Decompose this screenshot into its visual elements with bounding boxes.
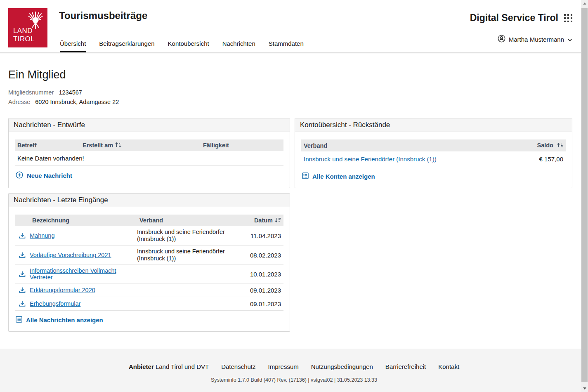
app-launcher-grid-icon[interactable] xyxy=(564,14,572,22)
table-row: Erhebungsformular 09.01.2023 xyxy=(15,297,283,311)
sort-ascending-icon[interactable] xyxy=(115,142,121,149)
card-arrears-title: Kontoübersicht - Rückstände xyxy=(295,118,572,132)
land-tirol-logo[interactable]: LAND TIROL xyxy=(8,8,47,47)
vertical-scrollbar[interactable] xyxy=(581,0,588,392)
app-header: LAND TIROL Tourismusbeiträge Übersicht B… xyxy=(0,0,588,53)
drafts-empty-message: Keine Daten vorhanden! xyxy=(15,151,283,166)
col-bezeichnung[interactable]: Bezeichnung xyxy=(32,217,139,224)
page-app-title: Tourismusbeiträge xyxy=(59,10,147,21)
member-info: Mitgliedsnummer 1234567 Adresse 6020 Inn… xyxy=(8,88,580,107)
tab-stammdaten[interactable]: Stammdaten xyxy=(269,40,304,52)
footer-link-nutzungsbedingungen[interactable]: Nutzungsbedingungen xyxy=(311,363,373,370)
card-drafts-title: Nachrichten - Entwürfe xyxy=(9,118,290,132)
footer-link-kontakt[interactable]: Kontakt xyxy=(438,363,459,370)
show-all-messages-button[interactable]: Alle Nachrichten anzeigen xyxy=(16,316,103,324)
inbox-table-header: Bezeichnung Verband Datum xyxy=(15,215,283,226)
card-inbox-title: Nachrichten - Letzte Eingänge xyxy=(9,194,290,207)
download-icon[interactable] xyxy=(15,300,30,307)
row-date: 08.02.2023 xyxy=(241,252,281,259)
member-number-label: Mitgliedsnummer xyxy=(8,88,54,97)
footer-link-datenschutz[interactable]: Datenschutz xyxy=(221,363,255,370)
list-box-icon xyxy=(16,316,22,324)
card-arrears: Kontoübersicht - Rückstände Verband Sald… xyxy=(295,118,572,188)
member-address-row: Adresse 6020 Innsbruck, Adamgasse 22 xyxy=(8,97,580,107)
row-verband: Innsbruck und seine Feriendörfer (Innsbr… xyxy=(137,229,241,243)
sort-descending-icon[interactable] xyxy=(275,217,281,224)
member-number-value: 1234567 xyxy=(59,88,82,97)
member-address-value: 6020 Innsbruck, Adamgasse 22 xyxy=(35,97,119,107)
document-link[interactable]: Mahnung xyxy=(30,232,54,239)
member-address-label: Adresse xyxy=(8,97,30,107)
row-date: 11.04.2023 xyxy=(241,232,281,239)
scroll-down-button[interactable] xyxy=(581,385,588,392)
document-link[interactable]: Vorläufige Vorschreibung 2021 xyxy=(30,252,111,258)
download-icon[interactable] xyxy=(15,271,30,277)
new-message-button[interactable]: Neue Nachricht xyxy=(16,171,72,180)
row-date: 09.01.2023 xyxy=(241,300,281,307)
provider-value: Land Tirol und DVT xyxy=(156,363,209,370)
col-erstellt-am[interactable]: Erstellt am xyxy=(83,142,203,149)
col-betreff[interactable]: Betreff xyxy=(17,142,83,149)
page-footer: Anbieter Land Tirol und DVT Datenschutz … xyxy=(0,349,588,392)
col-saldo[interactable]: Saldo xyxy=(537,142,563,149)
footer-link-barrierefreiheit[interactable]: Barrierefreiheit xyxy=(385,363,426,370)
footer-links: Anbieter Land Tirol und DVT Datenschutz … xyxy=(129,363,459,370)
col-verband[interactable]: Verband xyxy=(139,217,241,224)
tab-nachrichten[interactable]: Nachrichten xyxy=(222,40,255,52)
document-link[interactable]: Erklärungsformular 2020 xyxy=(30,287,95,293)
row-verband: Innsbruck und seine Feriendörfer (Innsbr… xyxy=(137,248,241,262)
user-menu[interactable]: Martha Mustermann xyxy=(498,35,572,44)
arrears-table-header: Verband Saldo xyxy=(301,139,566,151)
verband-link[interactable]: Innsbruck und seine Feriendörfer (Innsbr… xyxy=(304,156,437,163)
arrears-row: Innsbruck und seine Feriendörfer (Innsbr… xyxy=(301,151,566,167)
row-date: 09.01.2023 xyxy=(241,287,281,294)
show-all-accounts-button[interactable]: Alle Konten anzeigen xyxy=(302,172,375,180)
person-circle-icon xyxy=(498,35,505,44)
tab-uebersicht[interactable]: Übersicht xyxy=(60,40,86,52)
sort-ascending-icon[interactable] xyxy=(557,142,563,149)
download-icon[interactable] xyxy=(15,287,30,293)
brand-area: Digital Service Tirol xyxy=(470,12,572,24)
user-name: Martha Mustermann xyxy=(509,36,564,43)
table-row: Erklärungsformular 2020 09.01.2023 xyxy=(15,283,283,297)
dashboard-cards: Nachrichten - Entwürfe Betreff Erstellt … xyxy=(8,118,580,332)
table-row: Informationsschreiben Vollmacht Vertrete… xyxy=(15,265,283,283)
list-box-icon xyxy=(302,172,309,180)
saldo-value: € 157,00 xyxy=(539,156,563,163)
brand-name: Digital Service Tirol xyxy=(470,12,558,24)
tab-beitragserklaerungen[interactable]: Beitragserklärungen xyxy=(99,40,154,52)
download-icon[interactable] xyxy=(15,252,30,258)
page-title: Ein Mitglied xyxy=(8,53,580,81)
main-content: Ein Mitglied Mitgliedsnummer 1234567 Adr… xyxy=(0,53,588,349)
scroll-up-button[interactable] xyxy=(581,0,588,7)
provider-info: Anbieter Land Tirol und DVT xyxy=(129,363,209,370)
main-nav: Übersicht Beitragserklärungen Kontoübers… xyxy=(60,40,304,52)
document-link[interactable]: Informationsschreiben Vollmacht Vertrete… xyxy=(30,267,116,281)
footer-link-impressum[interactable]: Impressum xyxy=(268,363,299,370)
scrollbar-thumb[interactable] xyxy=(581,8,588,382)
logo-wordmark: LAND TIROL xyxy=(13,27,35,43)
col-datum[interactable]: Datum xyxy=(241,217,281,224)
tab-kontouebersicht[interactable]: Kontoübersicht xyxy=(168,40,209,52)
card-drafts: Nachrichten - Entwürfe Betreff Erstellt … xyxy=(8,118,290,188)
table-row: Vorläufige Vorschreibung 2021 Innsbruck … xyxy=(15,246,283,265)
chevron-down-icon xyxy=(567,36,572,43)
card-inbox: Nachrichten - Letzte Eingänge Bezeichnun… xyxy=(8,193,290,332)
row-date: 10.01.2023 xyxy=(241,271,281,278)
provider-label: Anbieter xyxy=(129,363,154,370)
system-info: Systeminfo 1.7.0 Build (407) Rev. (17136… xyxy=(211,377,377,383)
download-icon[interactable] xyxy=(15,232,30,239)
table-row: Mahnung Innsbruck und seine Feriendörfer… xyxy=(15,226,283,246)
member-number-row: Mitgliedsnummer 1234567 xyxy=(8,88,580,97)
plus-circle-icon xyxy=(16,171,23,180)
document-link[interactable]: Erhebungsformular xyxy=(30,300,80,307)
col-verband[interactable]: Verband xyxy=(304,142,327,149)
drafts-table-header: Betreff Erstellt am Fälligkeit xyxy=(15,139,283,151)
col-faelligkeit[interactable]: Fälligkeit xyxy=(203,142,281,149)
